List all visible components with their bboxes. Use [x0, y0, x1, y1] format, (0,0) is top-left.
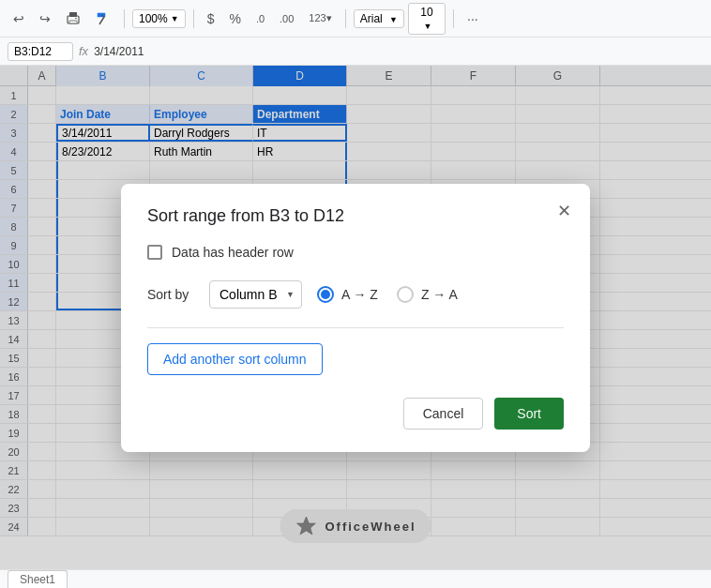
radio-az-outer: [317, 286, 334, 303]
font-size-arrow: ▼: [424, 22, 432, 31]
radio-az-label: A → Z: [341, 287, 378, 302]
zoom-value: 100%: [139, 12, 168, 25]
sort-by-label: Sort by: [147, 287, 194, 302]
decimal-decrease-button[interactable]: .0: [250, 9, 270, 28]
spreadsheet-area: A B C D E F G 1 2 Join Date Employee Dep…: [0, 66, 711, 569]
font-size-value: 10: [420, 6, 432, 19]
fx-label: fx: [79, 44, 88, 58]
radio-za-outer: [397, 286, 414, 303]
radio-az-option[interactable]: A → Z: [317, 286, 378, 303]
sheet-tab[interactable]: Sheet1: [8, 570, 68, 588]
header-row-checkbox[interactable]: [147, 245, 162, 260]
print-button[interactable]: [60, 8, 86, 30]
zoom-arrow: ▼: [171, 14, 179, 23]
svg-point-3: [75, 17, 77, 19]
font-controls: Arial ▼ 10 ▼: [354, 3, 446, 35]
cancel-button[interactable]: Cancel: [403, 398, 484, 430]
format-123-button[interactable]: 123▾: [303, 8, 337, 28]
svg-rect-2: [69, 21, 77, 23]
more-button[interactable]: ···: [461, 8, 484, 30]
separator-2: [193, 9, 194, 28]
add-sort-column-button[interactable]: Add another sort column: [147, 343, 323, 375]
radio-za-option[interactable]: Z → A: [397, 286, 458, 303]
font-name-arrow: ▼: [389, 15, 398, 24]
sort-order-radio-group: A → Z Z → A: [317, 286, 458, 303]
sort-dialog: Sort range from B3 to D12 ✕ Data has hea…: [121, 184, 590, 452]
formula-bar: fx 3/14/2011: [0, 38, 711, 66]
radio-za-label: Z → A: [421, 287, 458, 302]
bottom-bar: Sheet1: [0, 569, 711, 588]
currency-button[interactable]: $: [202, 8, 220, 30]
cell-reference-input[interactable]: [8, 42, 73, 61]
format-painter-icon: [96, 11, 111, 26]
dialog-divider: [147, 327, 564, 328]
redo-button[interactable]: ↪: [34, 8, 56, 30]
column-select[interactable]: Column B Column C Column D: [209, 280, 302, 309]
zoom-selector[interactable]: 100% ▼: [132, 9, 186, 28]
format-painter-button[interactable]: [90, 8, 116, 30]
dialog-title: Sort range from B3 to D12: [147, 206, 564, 226]
sort-button[interactable]: Sort: [494, 398, 564, 430]
dialog-close-button[interactable]: ✕: [553, 199, 575, 223]
dialog-footer: Cancel Sort: [147, 398, 564, 430]
toolbar: ↩ ↪ 100% ▼ $ % .0 .00 123▾ Arial ▼ 10 ▼ …: [0, 0, 711, 38]
undo-button[interactable]: ↩: [8, 8, 30, 30]
sort-by-row: Sort by Column B Column C Column D A → Z: [147, 280, 564, 309]
separator-1: [124, 9, 125, 28]
separator-3: [345, 9, 346, 28]
separator-4: [453, 9, 454, 28]
svg-rect-1: [69, 12, 77, 17]
radio-az-inner: [321, 290, 330, 299]
font-name-selector[interactable]: Arial ▼: [354, 9, 404, 28]
header-row-option: Data has header row: [147, 245, 564, 260]
decimal-increase-button[interactable]: .00: [274, 9, 299, 28]
column-select-wrapper: Column B Column C Column D: [209, 280, 302, 309]
font-name-value: Arial: [360, 12, 383, 25]
print-icon: [66, 11, 81, 26]
font-size-selector[interactable]: 10 ▼: [408, 3, 446, 35]
percent-button[interactable]: %: [223, 8, 246, 30]
header-row-label: Data has header row: [172, 245, 294, 260]
dialog-overlay: Sort range from B3 to D12 ✕ Data has hea…: [0, 66, 711, 569]
formula-value: 3/14/2011: [94, 45, 703, 58]
